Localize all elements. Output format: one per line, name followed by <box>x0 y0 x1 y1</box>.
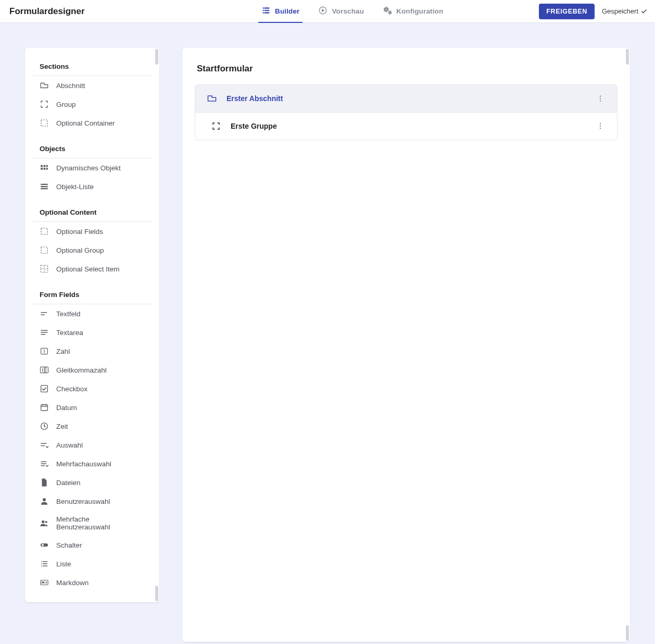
form-outline: Erster Abschnitt Erste Gruppe <box>195 84 618 140</box>
tab-label: Builder <box>275 7 299 15</box>
palette-item-label: Textfeld <box>56 310 81 318</box>
palette-item-zeit[interactable]: Zeit <box>32 417 152 436</box>
person-icon <box>40 497 49 506</box>
saved-label: Gespeichert <box>602 7 638 15</box>
palette-item-label: Objekt-Liste <box>56 183 94 191</box>
palette-item-label: Zeit <box>56 423 68 430</box>
palette-item-label: Dateien <box>56 479 81 487</box>
multiselect-icon <box>40 459 49 468</box>
brackets-icon <box>40 100 49 109</box>
tab-label: Vorschau <box>332 7 364 15</box>
palette-item-benutzerauswahl[interactable]: Benutzerauswahl <box>32 492 152 511</box>
palette-item-checkbox[interactable]: Checkbox <box>32 379 152 398</box>
long-text-icon <box>40 328 49 337</box>
palette-item-group[interactable]: Group <box>32 95 152 114</box>
palette-item-label: Benutzerauswahl <box>56 498 110 505</box>
palette-item-label: Gleitkommazahl <box>56 366 107 374</box>
tab-builder[interactable]: Builder <box>258 0 303 22</box>
people-icon <box>40 518 49 528</box>
palette-item-dyn-object[interactable]: Dynamisches Objekt <box>32 158 152 177</box>
view-tabs: Builder Vorschau Konfiguration <box>176 0 528 22</box>
number-box-icon <box>40 346 49 356</box>
form-title: Startformular <box>197 64 615 74</box>
palette-section-title: Objects <box>32 142 152 158</box>
app-title: Formulardesigner <box>9 0 166 22</box>
palette-item-label: Group <box>56 101 76 108</box>
palette-item-gleitkommazahl[interactable]: Gleitkommazahl <box>32 361 152 379</box>
calendar-icon <box>40 403 49 412</box>
palette-item-optional-fields[interactable]: Optional Fields <box>32 222 152 241</box>
palette-item-label: Checkbox <box>56 385 87 393</box>
dashed-grid-icon <box>40 264 49 274</box>
palette-item-dateien[interactable]: Dateien <box>32 473 152 492</box>
palette-item-markdown[interactable]: Markdown <box>32 573 152 592</box>
palette-item-label: Schalter <box>56 541 82 549</box>
palette-panel: SectionsAbschnittGroupOptional Container… <box>25 48 159 602</box>
palette-item-label: Markdown <box>56 579 89 587</box>
tab-icon <box>40 81 49 90</box>
tab-vorschau[interactable]: Vorschau <box>315 0 367 22</box>
palette-item-label: Datum <box>56 404 77 412</box>
palette-item-label: Optional Fields <box>56 228 103 236</box>
palette-item-schalter[interactable]: Schalter <box>32 536 152 554</box>
tab-label: Konfiguration <box>396 7 443 15</box>
markdown-icon <box>40 578 49 587</box>
file-icon <box>40 478 49 487</box>
dashed-box-icon <box>40 118 49 128</box>
table-rows-icon <box>40 182 49 191</box>
group-menu-button[interactable] <box>593 119 608 133</box>
palette-item-optional-container[interactable]: Optional Container <box>32 114 152 132</box>
short-text-icon <box>40 309 49 318</box>
palette-item-label: Optional Container <box>56 119 115 127</box>
palette-item-mehrfache-benutzerauswahl[interactable]: Mehrfache Benutzerauswahl <box>32 511 152 536</box>
palette-item-textfeld[interactable]: Textfeld <box>32 304 152 323</box>
scrollbar-thumb[interactable] <box>626 625 629 641</box>
palette-section-title: Form Fields <box>32 288 152 304</box>
group-label: Erste Gruppe <box>231 122 277 130</box>
dashed-box-icon <box>40 245 49 255</box>
float-box-icon <box>40 365 49 375</box>
list-check-icon <box>261 6 271 17</box>
palette-item-auswahl[interactable]: Auswahl <box>32 436 152 454</box>
palette-item-optional-group[interactable]: Optional Group <box>32 241 152 259</box>
palette-item-textarea[interactable]: Textarea <box>32 323 152 342</box>
saved-status: Gespeichert <box>602 7 648 15</box>
select-icon <box>40 440 49 450</box>
palette-item-label: Dynamisches Objekt <box>56 164 121 172</box>
topbar: Formulardesigner Builder Vorschau Konfig… <box>0 0 655 23</box>
section-menu-button[interactable] <box>593 91 608 106</box>
outline-group-row[interactable]: Erste Gruppe <box>195 113 617 140</box>
scrollbar-thumb[interactable] <box>626 49 629 65</box>
brackets-icon <box>211 121 221 131</box>
palette-section-title: Sections <box>32 59 152 76</box>
publish-button[interactable]: FREIGEBEN <box>539 4 595 19</box>
outline-section-row[interactable]: Erster Abschnitt <box>195 85 617 113</box>
list-icon <box>40 559 49 568</box>
builder-surface: Startformular Erster Abschnitt Erste Gru… <box>182 48 630 642</box>
scrollbar-thumb[interactable] <box>155 586 158 601</box>
palette-item-liste[interactable]: Liste <box>32 554 152 573</box>
clock-icon <box>40 422 49 431</box>
section-label: Erster Abschnitt <box>226 94 283 103</box>
grid-icon <box>40 163 49 172</box>
palette-section-title: Optional Content <box>32 205 152 222</box>
tab-icon <box>207 93 217 104</box>
palette-item-label: Zahl <box>56 348 70 355</box>
palette-item-label: Abschnitt <box>56 82 85 90</box>
palette-item-label: Textarea <box>56 329 83 337</box>
palette-item-abschnitt[interactable]: Abschnitt <box>32 76 152 95</box>
scrollbar-thumb[interactable] <box>155 49 158 65</box>
palette-item-datum[interactable]: Datum <box>32 398 152 417</box>
dashed-box-icon <box>40 227 49 236</box>
palette-item-optional-select-item[interactable]: Optional Select Item <box>32 259 152 278</box>
palette-item-zahl[interactable]: Zahl <box>32 342 152 361</box>
toggle-icon <box>40 540 49 550</box>
palette-item-object-list[interactable]: Objekt-Liste <box>32 177 152 196</box>
palette-item-mehrfachauswahl[interactable]: Mehrfachauswahl <box>32 454 152 473</box>
check-icon <box>640 8 648 15</box>
checkbox-icon <box>40 384 49 393</box>
palette-item-label: Mehrfachauswahl <box>56 460 111 468</box>
topbar-right: FREIGEBEN Gespeichert <box>539 0 648 22</box>
tab-konfiguration[interactable]: Konfiguration <box>380 0 446 22</box>
canvas: SectionsAbschnittGroupOptional Container… <box>0 23 655 644</box>
